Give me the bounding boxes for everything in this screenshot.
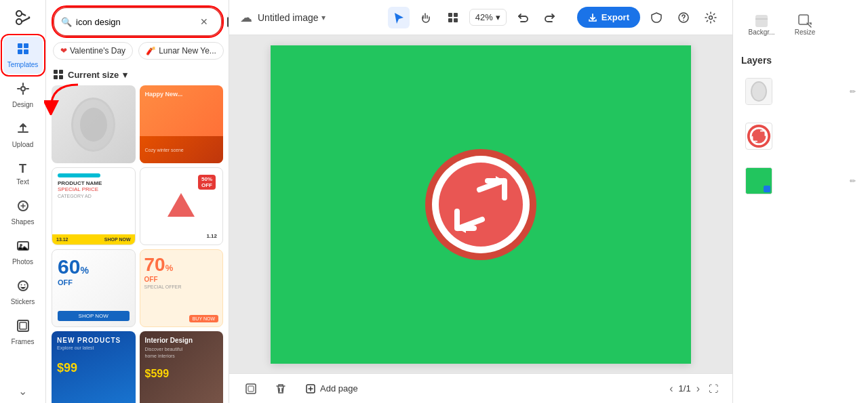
shield-button[interactable] xyxy=(646,7,667,28)
frame-button[interactable] xyxy=(240,378,262,400)
svg-rect-36 xyxy=(248,386,254,391)
export-button[interactable]: Export xyxy=(577,7,640,28)
undo-button[interactable] xyxy=(512,7,534,28)
prev-page-button[interactable]: ‹ xyxy=(669,383,673,395)
svg-point-1 xyxy=(16,19,22,24)
zoom-chevron-icon: ▾ xyxy=(496,12,500,22)
svg-point-15 xyxy=(24,284,25,286)
template-card[interactable]: NEW PRODUCTS Explore our latest $99 xyxy=(52,331,136,403)
template-card[interactable]: 70 % OFF SPECIAL OFFER BUY NOW xyxy=(140,249,224,327)
svg-rect-17 xyxy=(20,322,26,329)
svg-rect-38 xyxy=(755,15,768,27)
design-icon xyxy=(16,82,30,99)
sidebar-item-stickers[interactable]: Stickers xyxy=(3,274,43,311)
current-size-filter[interactable]: Current size ▾ xyxy=(46,65,229,85)
sidebar-item-design[interactable]: Design xyxy=(3,77,43,114)
svg-point-32 xyxy=(439,163,523,247)
photos-icon xyxy=(16,239,30,256)
add-page-icon xyxy=(305,383,316,394)
sidebar-item-upload[interactable]: Upload xyxy=(3,116,43,154)
left-sidebar: Templates Design Upload T Text Shapes Ph… xyxy=(0,0,46,403)
svg-rect-21 xyxy=(59,75,63,79)
layer-thumbnail xyxy=(745,123,772,150)
svg-point-29 xyxy=(709,16,713,19)
zoom-value: 42% xyxy=(475,12,493,22)
svg-rect-23 xyxy=(448,13,452,17)
frames-icon xyxy=(16,319,30,336)
layout-tool-button[interactable] xyxy=(442,7,464,28)
sidebar-item-shapes[interactable]: Shapes xyxy=(3,194,43,231)
add-page-button[interactable]: Add page xyxy=(300,381,363,397)
redo-button[interactable] xyxy=(539,7,561,28)
expand-button[interactable]: ⛶ xyxy=(705,381,722,397)
template-card[interactable]: Happy New... Cozy winter scene xyxy=(140,85,224,163)
settings-button[interactable] xyxy=(700,7,722,28)
tag-list: ❤ Valentine's Day 🧨 Lunar New Ye... xyxy=(46,42,229,65)
zoom-control[interactable]: 42% ▾ xyxy=(469,9,507,26)
add-page-label: Add page xyxy=(320,383,358,394)
svg-rect-6 xyxy=(24,43,28,48)
svg-rect-24 xyxy=(454,13,458,17)
sidebar-more-button[interactable]: ⌄ xyxy=(3,384,43,398)
background-tool[interactable]: Backgr... xyxy=(741,8,782,41)
layer-item[interactable]: ✏ xyxy=(741,74,860,109)
template-card[interactable]: Interior Design Discover beautifulhome i… xyxy=(140,331,224,403)
redo-icon xyxy=(544,12,556,24)
template-card[interactable]: 50%OFF 1.12 xyxy=(140,167,224,245)
svg-line-3 xyxy=(22,18,30,22)
sidebar-item-text[interactable]: T Text xyxy=(3,156,43,191)
resize-label: Resize xyxy=(795,28,816,36)
sidebar-item-photos[interactable]: Photos xyxy=(3,234,43,271)
background-label: Backgr... xyxy=(749,28,775,36)
canvas-frame[interactable] xyxy=(271,45,691,364)
layer-thumbnail xyxy=(745,78,772,105)
help-button[interactable] xyxy=(673,7,694,28)
svg-marker-22 xyxy=(167,193,195,217)
stickers-icon xyxy=(16,279,30,296)
resize-tool[interactable]: Resize xyxy=(785,8,825,41)
templates-panel: 🔍 ✕ 🔲 ⚡ ❤ Valentine's Day 🧨 Lunar New Ye… xyxy=(46,0,229,403)
grid-icon xyxy=(53,69,64,80)
layer-item[interactable] xyxy=(741,119,860,154)
select-tool-button[interactable] xyxy=(388,7,410,28)
hand-icon xyxy=(420,12,432,24)
next-page-button[interactable]: › xyxy=(696,383,700,395)
svg-rect-26 xyxy=(454,18,458,22)
clear-search-button[interactable]: ✕ xyxy=(194,12,214,32)
template-card[interactable] xyxy=(52,85,136,163)
layout-icon xyxy=(447,12,459,24)
frame-icon xyxy=(245,383,257,395)
template-card[interactable]: 60 % OFF SHOP NOW xyxy=(52,249,136,327)
hand-tool-button[interactable] xyxy=(415,7,437,28)
search-input[interactable] xyxy=(76,17,190,27)
svg-rect-18 xyxy=(54,70,58,74)
select-icon xyxy=(393,12,405,24)
settings-icon xyxy=(705,12,717,24)
help-icon xyxy=(677,12,690,24)
svg-point-9 xyxy=(21,87,25,91)
toolbar: ☁ Untitled image ▾ 42% ▾ xyxy=(229,0,732,35)
template-card[interactable]: PRODUCT NAME SPECIAL PRICE CATEGORY AD 1… xyxy=(52,167,136,245)
title-chevron-icon[interactable]: ▾ xyxy=(321,13,326,22)
svg-rect-7 xyxy=(18,49,22,54)
svg-rect-20 xyxy=(54,75,58,79)
layer-item[interactable]: ✏ xyxy=(741,163,860,198)
svg-rect-5 xyxy=(18,43,22,48)
tag-lunar[interactable]: 🧨 Lunar New Ye... xyxy=(138,42,224,60)
undo-icon xyxy=(517,12,529,24)
trash-button[interactable] xyxy=(270,378,292,400)
sidebar-item-frames[interactable]: Frames xyxy=(3,314,43,351)
lunar-icon: 🧨 xyxy=(146,46,156,56)
tag-valentines[interactable]: ❤ Valentine's Day xyxy=(53,42,133,60)
search-box[interactable]: 🔍 ✕ xyxy=(53,7,222,37)
sidebar-item-templates[interactable]: Templates xyxy=(3,37,43,74)
document-title: Untitled image ▾ xyxy=(258,12,326,23)
tag-label: Lunar New Ye... xyxy=(159,46,216,56)
upload-icon xyxy=(16,122,30,139)
app-logo[interactable] xyxy=(11,5,35,30)
canvas-icon xyxy=(420,144,542,266)
layers-title: Layers xyxy=(741,52,860,68)
export-icon xyxy=(588,13,597,22)
text-icon: T xyxy=(19,162,26,176)
heart-icon: ❤ xyxy=(60,46,67,56)
